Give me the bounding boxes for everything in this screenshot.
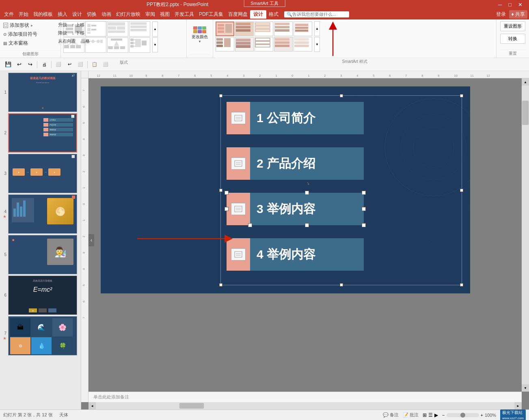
scrollbar-horizontal[interactable]: ◄ ► [89,402,522,409]
smartart-item-3[interactable]: 3 举例内容 [227,193,364,225]
redo-button[interactable]: ↪ [25,60,35,69]
smartart-item-4[interactable]: 4 举例内容 [227,238,364,271]
zoom-out-button[interactable]: − [442,413,445,418]
menu-pdf[interactable]: PDF工具集 [196,10,226,19]
move-down-button[interactable]: ↓ 下移 [70,29,86,37]
close-button[interactable]: ✕ [515,2,526,8]
smartart-item-1[interactable]: 1 公司简介 [227,102,364,134]
style-thumb-7[interactable] [235,37,254,52]
demote-button[interactable]: 降级 [56,29,69,37]
move-up-button[interactable]: ↑ 上移 [70,21,86,29]
item3-handle-tl[interactable] [225,191,229,195]
promote-button[interactable]: 升级 [56,21,69,29]
handle-bc[interactable] [340,283,343,286]
zoom-slider-thumb[interactable] [460,413,465,418]
reset-shape-button[interactable]: 重设图形 [500,21,525,31]
text-pane-button[interactable]: ▤ 文本窗格 [2,39,59,47]
smartart-item-2[interactable]: 2 产品介绍 [227,147,364,180]
menu-start[interactable]: 开始 [16,10,31,19]
style-thumb-3[interactable] [255,22,273,36]
item3-handle-tc[interactable] [305,191,309,195]
menu-animation[interactable]: 动画 [99,10,114,19]
scroll-down-btn[interactable]: ▼ [522,384,529,392]
menu-review[interactable]: 审阅 [143,10,158,19]
item3-handle-bl[interactable] [248,223,252,227]
change-color-button[interactable]: 更改颜色 ▼ [190,21,209,54]
scroll-left-btn[interactable]: ◄ [89,402,96,409]
slide-thumb-7[interactable]: 7 ★ 🏔 🌊 🌸 ⚙ 💧 🍀 [1,316,80,355]
tab-format[interactable]: 格式 [266,10,281,19]
maximize-button[interactable]: □ [505,2,515,8]
scroll-up-btn[interactable]: ▲ [522,78,529,86]
handle-tc[interactable] [340,94,343,97]
style-scroll-up[interactable]: ▲ [314,21,320,36]
layout-thumb-7[interactable] [107,37,128,53]
scroll-right-btn[interactable]: ► [514,402,522,409]
layout-thumb-3[interactable] [107,21,128,37]
scroll-left-button[interactable]: ‹ [89,234,94,246]
share-button[interactable]: ♦ 共享 [509,10,527,19]
slide-canvas[interactable]: 1 公司简介 2 产品介绍 [101,86,470,293]
print-button[interactable]: 🖨 [39,60,49,69]
annotation-button[interactable]: 📝 批注 [403,412,419,418]
tab-design-active[interactable]: 设计 [250,10,266,19]
login-button[interactable]: 登录 [496,11,506,18]
slide-thumb-4[interactable]: 4 ★ 🌕 [1,194,80,234]
menu-file[interactable]: 文件 [2,10,16,19]
scrollbar-vertical[interactable]: ▲ ▼ [522,78,529,392]
slide-thumb-5[interactable]: 5 ● 👨‍🔬 [1,235,80,274]
minimize-button[interactable]: ─ [495,2,505,8]
item3-handle-tr[interactable] [362,191,366,195]
slide-thumb-2[interactable]: 2 公司简介 产品介绍 举例内容 [1,113,80,153]
menu-insert[interactable]: 插入 [55,10,70,19]
scroll-thumb-v[interactable] [522,101,529,125]
style-thumb-2[interactable] [235,22,254,36]
search-input[interactable] [292,12,345,17]
menu-dev[interactable]: 开发工具 [172,10,196,19]
layout-button[interactable]: 品格 [79,37,91,45]
style-thumb-10[interactable] [294,37,312,52]
layout-thumb-8[interactable] [129,37,150,53]
logo-button[interactable]: 极光下载站 www.xzz7.com [500,409,526,420]
layout-scroll-up[interactable]: ▲ [152,22,158,37]
handle-mr[interactable] [460,189,463,192]
item3-handle-br[interactable] [362,223,366,227]
notes-area[interactable]: 单击此处添加备注 [89,392,522,402]
style-thumb-6[interactable] [216,37,234,52]
layout-scroll-down[interactable]: ▼ [152,37,158,52]
rtl-button[interactable]: 从右向左 [56,37,78,45]
style-thumb-9[interactable] [274,37,293,52]
outline-view-button[interactable]: ☰ [428,412,433,418]
style-scroll-down[interactable]: ▼ [314,37,320,52]
add-bullet-button[interactable]: ⊙ 添加项目符号 [2,30,59,39]
item3-handle-ml[interactable] [225,207,229,211]
menu-slideshow[interactable]: 幻灯片放映 [114,10,143,19]
menu-design[interactable]: 设计 [70,10,84,19]
handle-tr[interactable] [460,94,463,97]
handle-bl[interactable] [219,283,222,286]
slide-canvas-area[interactable]: ‹ [89,78,529,402]
handle-ml[interactable] [219,189,222,192]
menu-baidu[interactable]: 百度网盘 [226,10,250,19]
slide-thumb-6[interactable]: 6 高效高清片段模板 E=mc² ▶ [1,276,80,315]
style-thumb-8[interactable] [255,37,273,52]
convert-button[interactable]: 转换 [500,34,525,44]
save-button[interactable]: 💾 [3,60,13,69]
slide-thumb-1[interactable]: 1 极速超凡的教材模板 PowerPoint Demo ⚙ 🔊 [1,73,80,112]
rotate-handle[interactable] [304,182,309,187]
slide-thumb-3[interactable]: 3 ▶ → ▶ → ▶ ⬜ [1,154,80,193]
add-shape-button[interactable]: □ 添加形状 ▸ [2,21,59,30]
item3-handle-bc[interactable] [305,223,309,227]
handle-br[interactable] [460,283,463,286]
item3-handle-mr[interactable] [362,207,366,211]
tb-btn-3[interactable]: ⬜ [54,60,63,69]
scroll-thumb-h[interactable] [179,403,204,409]
menu-switch[interactable]: 切换 [84,10,99,19]
zoom-in-button[interactable]: + [481,413,483,418]
menu-view[interactable]: 视图 [158,10,172,19]
normal-view-button[interactable]: ⊞ [423,412,427,418]
style-thumb-1[interactable] [216,22,234,36]
layout-thumb-4[interactable] [129,21,150,37]
slideshow-view-button[interactable]: ▶ [434,412,438,418]
comment-button[interactable]: 💬 备注 [383,412,399,418]
